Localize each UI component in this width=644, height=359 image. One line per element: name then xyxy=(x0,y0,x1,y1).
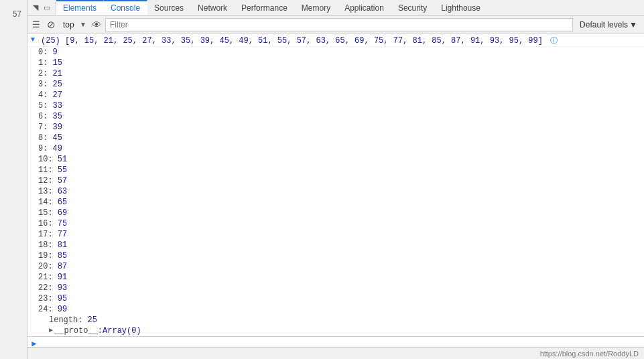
console-input-area: ► xyxy=(27,336,644,347)
device-toolbar-icon[interactable]: ▭ xyxy=(42,2,52,13)
status-url: https://blog.csdn.net/RoddyLD xyxy=(540,350,639,358)
list-item: 6: 35 xyxy=(38,111,644,122)
list-item: 0: 9 xyxy=(38,47,644,58)
inspect-element-icon[interactable]: ◥ xyxy=(31,2,40,13)
list-item: 23: 95 xyxy=(38,293,644,304)
list-item: 12: 57 xyxy=(38,175,644,186)
list-item: 20: 87 xyxy=(38,261,644,272)
list-item: 13: 63 xyxy=(38,186,644,197)
list-item: 15: 69 xyxy=(38,208,644,218)
tab-lighthouse[interactable]: Lighthouse xyxy=(434,0,488,15)
list-item: 9: 49 xyxy=(38,143,644,154)
array-length-row: length: 25 xyxy=(38,315,644,326)
status-bar: https://blog.csdn.net/RoddyLD xyxy=(27,347,644,359)
context-select-input[interactable]: top xyxy=(60,18,88,31)
tab-console[interactable]: Console xyxy=(104,0,147,15)
tab-bar: ◥ ▭ Elements Console Sources Network Per… xyxy=(27,0,644,16)
list-item: 17: 77 xyxy=(38,229,644,240)
list-item: 21: 91 xyxy=(38,272,644,283)
tab-bar-icons: ◥ ▭ xyxy=(27,0,56,15)
list-item: 10: 51 xyxy=(38,154,644,165)
array-header-content: (25) [9, 15, 21, 25, 27, 33, 35, 39, 45,… xyxy=(38,35,644,46)
collapse-indicator[interactable]: ▼ xyxy=(27,35,38,43)
proto-row: ►__proto__: Array(0) xyxy=(38,326,644,336)
tab-memory[interactable]: Memory xyxy=(295,0,338,15)
list-item: 22: 93 xyxy=(38,283,644,293)
context-selector[interactable]: top ▼ xyxy=(60,18,88,31)
list-item: 2: 21 xyxy=(38,68,644,79)
tab-elements[interactable]: Elements xyxy=(56,0,104,15)
array-header-row: ▼ (25) [9, 15, 21, 25, 27, 33, 35, 39, 4… xyxy=(27,35,644,47)
array-header-text: (25) [9, 15, 21, 25, 27, 33, 35, 39, 45,… xyxy=(41,36,558,46)
list-item: 19: 85 xyxy=(38,250,644,261)
list-item: 8: 45 xyxy=(38,133,644,143)
filter-input[interactable] xyxy=(105,18,573,31)
tab-performance[interactable]: Performance xyxy=(235,0,295,15)
list-item: 4: 27 xyxy=(38,90,644,100)
list-item: 3: 25 xyxy=(38,79,644,90)
tab-network[interactable]: Network xyxy=(191,0,235,15)
list-item: 5: 33 xyxy=(38,100,644,111)
console-output: ▼ (25) [9, 15, 21, 25, 27, 33, 35, 39, 4… xyxy=(27,33,644,347)
list-item: 14: 65 xyxy=(38,197,644,208)
info-icon: ⓘ xyxy=(550,37,558,45)
list-item: 1: 15 xyxy=(38,58,644,68)
default-levels-arrow-icon: ▼ xyxy=(629,20,637,29)
eye-icon[interactable]: 👁 xyxy=(90,18,103,31)
line-number-gutter: 57 xyxy=(0,0,27,359)
clear-console-icon[interactable]: ⊘ xyxy=(45,17,58,32)
tab-sources[interactable]: Sources xyxy=(147,0,191,15)
console-toolbar: ☰ ⊘ top ▼ 👁 Default levels ▼ xyxy=(27,16,644,33)
line-number: 57 xyxy=(13,9,21,19)
list-item: 11: 55 xyxy=(38,165,644,175)
tab-application[interactable]: Application xyxy=(338,0,391,15)
input-prompt-icon: ► xyxy=(30,339,38,348)
list-item: 18: 81 xyxy=(38,240,644,250)
default-levels-dropdown[interactable]: Default levels ▼ xyxy=(576,19,641,31)
list-item: 7: 39 xyxy=(38,122,644,133)
tab-security[interactable]: Security xyxy=(391,0,434,15)
array-items-container: 0: 91: 152: 213: 254: 275: 336: 357: 398… xyxy=(27,47,644,336)
list-item: 24: 99 xyxy=(38,304,644,315)
sidebar-toggle-icon[interactable]: ☰ xyxy=(30,18,42,31)
list-item: 16: 75 xyxy=(38,218,644,229)
devtools-panel: ◥ ▭ Elements Console Sources Network Per… xyxy=(27,0,644,359)
